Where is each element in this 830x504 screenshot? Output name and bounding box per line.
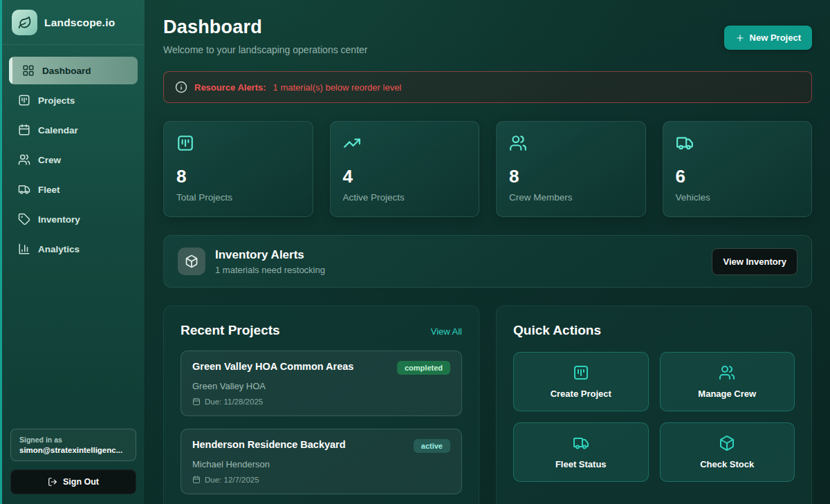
- sidebar-item-projects[interactable]: Projects: [9, 86, 138, 114]
- truck-icon: [18, 183, 30, 196]
- sidebar-item-label: Dashboard: [42, 66, 91, 76]
- package-icon: [178, 248, 205, 275]
- sidebar-item-label: Analytics: [38, 244, 80, 254]
- stat-label: Crew Members: [509, 192, 633, 203]
- stats-grid: 8 Total Projects 4 Active Projects 8 Cre…: [163, 121, 812, 217]
- sidebar: Landscope.io Dashboard Projects Calendar…: [0, 0, 145, 504]
- inventory-alerts-title: Inventory Alerts: [215, 248, 325, 262]
- info-icon: [175, 81, 187, 93]
- package-icon: [719, 435, 735, 451]
- sidebar-item-dashboard[interactable]: Dashboard: [9, 57, 138, 84]
- new-project-button[interactable]: New Project: [724, 26, 812, 50]
- sidebar-item-label: Calendar: [38, 125, 78, 136]
- users-icon: [719, 364, 735, 381]
- project-due-date: Due: 11/28/2025: [205, 398, 263, 406]
- grid-icon: [22, 64, 35, 77]
- bar-chart-icon: [18, 243, 30, 255]
- status-badge: completed: [397, 361, 450, 375]
- sidebar-item-fleet[interactable]: Fleet: [9, 176, 138, 203]
- users-icon: [509, 134, 527, 152]
- new-project-label: New Project: [750, 32, 801, 43]
- logout-icon: [48, 477, 57, 487]
- view-all-link[interactable]: View All: [431, 326, 462, 337]
- quick-actions-panel: Quick Actions Create Project Manage Crew…: [496, 306, 812, 504]
- inventory-alerts-subtitle: 1 materials need restocking: [215, 265, 325, 275]
- leaf-icon: [12, 10, 37, 35]
- app-logo: Landscope.io: [2, 0, 145, 45]
- truck-icon: [676, 134, 694, 152]
- quick-action-label: Check Stock: [700, 459, 754, 469]
- project-client: Green Valley HOA: [192, 381, 450, 391]
- calendar-icon: [18, 124, 30, 136]
- alert-message: 1 material(s) below reorder level: [273, 82, 402, 93]
- quick-action-create-project[interactable]: Create Project: [513, 352, 649, 411]
- tag-icon: [18, 213, 30, 225]
- stat-label: Active Projects: [343, 192, 467, 203]
- stat-value: 8: [509, 166, 633, 187]
- active-accent-bar: [9, 57, 12, 84]
- quick-action-label: Create Project: [551, 389, 611, 399]
- quick-action-label: Manage Crew: [698, 389, 756, 399]
- truck-icon: [573, 435, 589, 451]
- app-name: Landscope.io: [44, 17, 115, 29]
- alert-title: Resource Alerts:: [194, 82, 266, 93]
- quick-action-manage-crew[interactable]: Manage Crew: [660, 352, 795, 411]
- page-title: Dashboard: [163, 17, 367, 38]
- inventory-alerts-banner: Inventory Alerts 1 materials need restoc…: [163, 235, 812, 288]
- stat-value: 4: [343, 166, 467, 187]
- users-icon: [18, 153, 30, 166]
- project-client: Michael Henderson: [192, 459, 450, 469]
- main-content: Dashboard Welcome to your landscaping op…: [145, 0, 830, 504]
- sidebar-item-label: Crew: [38, 155, 61, 165]
- quick-action-check-stock[interactable]: Check Stock: [660, 422, 795, 482]
- sign-out-label: Sign Out: [63, 477, 99, 487]
- recent-projects-title: Recent Projects: [181, 323, 280, 338]
- sidebar-item-label: Inventory: [38, 214, 80, 225]
- calendar-icon: [192, 476, 201, 484]
- stat-card-vehicles: 6 Vehicles: [663, 121, 813, 217]
- quick-actions-title: Quick Actions: [513, 323, 795, 338]
- trending-up-icon: [343, 134, 361, 152]
- folder-icon: [18, 94, 30, 106]
- page-subtitle: Welcome to your landscaping operations c…: [163, 44, 367, 55]
- sidebar-item-inventory[interactable]: Inventory: [9, 205, 138, 233]
- plus-icon: [735, 33, 745, 43]
- bottom-grid: Recent Projects View All Green Valley HO…: [163, 306, 812, 504]
- app-root: Landscope.io Dashboard Projects Calendar…: [0, 0, 830, 504]
- stat-label: Total Projects: [176, 192, 300, 203]
- sidebar-item-label: Fleet: [38, 185, 60, 195]
- sidebar-item-calendar[interactable]: Calendar: [9, 116, 138, 144]
- stat-value: 8: [176, 166, 300, 187]
- sidebar-item-label: Projects: [38, 95, 75, 106]
- view-inventory-button[interactable]: View Inventory: [712, 248, 797, 275]
- status-badge: active: [414, 439, 450, 453]
- folder-icon: [573, 364, 589, 381]
- project-name: Green Valley HOA Common Areas: [192, 361, 353, 372]
- stat-card-crew-members: 8 Crew Members: [496, 121, 646, 217]
- quick-action-label: Fleet Status: [555, 459, 607, 469]
- recent-projects-panel: Recent Projects View All Green Valley HO…: [163, 306, 479, 504]
- page-header: Dashboard Welcome to your landscaping op…: [163, 17, 812, 55]
- project-item[interactable]: Green Valley HOA Common Areas completed …: [181, 351, 462, 416]
- stat-card-total-projects: 8 Total Projects: [163, 121, 313, 217]
- signed-in-card: Signed in as simon@stratexintelligenc...: [10, 429, 136, 461]
- project-name: Henderson Residence Backyard: [192, 439, 346, 450]
- quick-action-fleet-status[interactable]: Fleet Status: [513, 422, 649, 482]
- sign-out-button[interactable]: Sign Out: [10, 469, 136, 494]
- project-item[interactable]: Henderson Residence Backyard active Mich…: [181, 429, 462, 494]
- stat-card-active-projects: 4 Active Projects: [330, 121, 480, 217]
- sidebar-spacer: [2, 265, 145, 429]
- stat-label: Vehicles: [676, 192, 800, 203]
- sidebar-item-crew[interactable]: Crew: [9, 146, 138, 174]
- stat-value: 6: [676, 166, 800, 187]
- sidebar-item-analytics[interactable]: Analytics: [9, 235, 138, 263]
- user-email: simon@stratexintelligenc...: [19, 446, 127, 454]
- sidebar-nav: Dashboard Projects Calendar Crew Fleet I…: [2, 45, 145, 265]
- signed-in-label: Signed in as: [19, 436, 127, 444]
- calendar-icon: [192, 398, 201, 406]
- resource-alert-banner: Resource Alerts: 1 material(s) below reo…: [163, 71, 812, 103]
- project-due-date: Due: 12/7/2025: [205, 476, 259, 484]
- folder-icon: [176, 134, 194, 152]
